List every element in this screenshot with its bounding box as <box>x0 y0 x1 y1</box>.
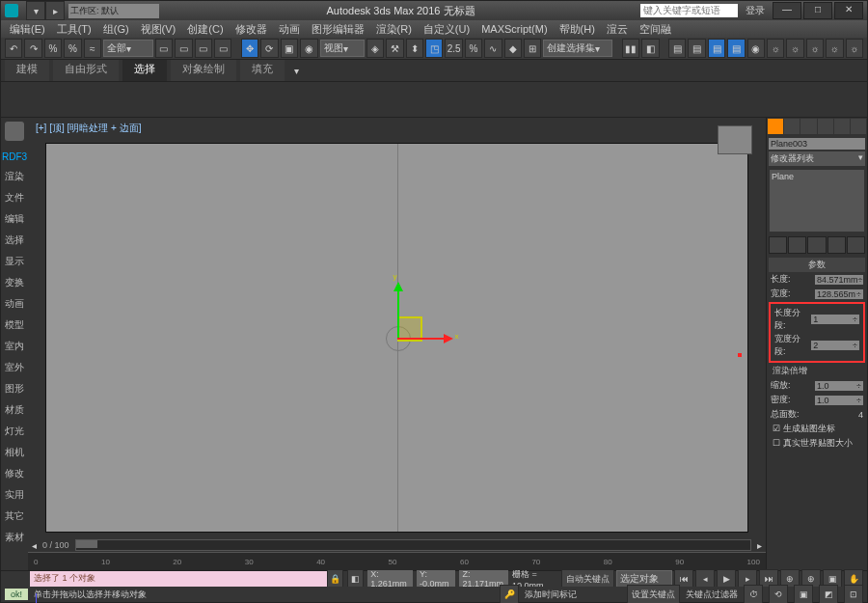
rect-select-button[interactable]: ▭ <box>195 39 212 58</box>
left-tab[interactable]: 相机 <box>5 443 24 462</box>
workspace-dropdown[interactable]: 工作区: 默认 <box>68 4 159 18</box>
left-tab[interactable]: 图形 <box>5 379 24 398</box>
setkey-button[interactable]: 设置关键点 <box>627 585 680 603</box>
render-last-button[interactable]: ☼ <box>826 39 843 58</box>
gen-coords-checkbox[interactable]: ☑ 生成贴图坐标 <box>773 423 861 435</box>
rotate-button[interactable]: ⟳ <box>260 39 278 58</box>
autokey-button[interactable]: 自动关键点 <box>561 569 614 589</box>
time-range-button[interactable]: ◂ <box>32 540 37 551</box>
render-button[interactable]: ☼ <box>806 39 824 58</box>
viewcube[interactable] <box>718 125 752 154</box>
render-prod-button[interactable]: ☼ <box>846 39 863 58</box>
window-crossing-button[interactable]: ▭ <box>214 39 231 58</box>
coord-x[interactable]: X: 1.261mm <box>367 569 413 589</box>
coord-button[interactable]: ◧ <box>347 569 364 589</box>
material-editor-button[interactable]: ◉ <box>747 39 765 58</box>
left-tab[interactable]: 渲染 <box>5 167 24 186</box>
left-tab[interactable]: 动画 <box>5 294 24 314</box>
mirror-button[interactable]: ▮▮ <box>622 39 639 58</box>
menu-tools[interactable]: 工具(T) <box>52 22 96 37</box>
placement-button[interactable]: ◉ <box>300 39 317 58</box>
left-tab[interactable]: 材质 <box>5 400 24 420</box>
minimize-button[interactable]: — <box>773 2 801 19</box>
titlebar-btn[interactable]: ▾ <box>26 1 45 20</box>
coord-y[interactable]: Y: -0.0mm <box>417 569 455 589</box>
left-tab[interactable]: 显示 <box>5 252 24 271</box>
stack-btn[interactable] <box>847 236 865 254</box>
curve-editor-button[interactable]: ▤ <box>708 39 725 58</box>
undo-button[interactable]: ↶ <box>5 39 22 58</box>
rollup-parameters[interactable]: 参数 <box>769 258 865 272</box>
menu-create[interactable]: 创建(C) <box>182 22 228 37</box>
bind-button[interactable]: ≈ <box>84 39 101 58</box>
tab-selection[interactable]: 选择 <box>122 60 167 81</box>
density-spinner[interactable]: 1.0÷ <box>815 396 863 405</box>
left-tab[interactable]: 室外 <box>5 358 24 377</box>
nav-walk-button[interactable]: ◩ <box>819 585 838 603</box>
left-tab[interactable]: 变换 <box>5 273 24 292</box>
time-config-button[interactable]: ⏱ <box>744 585 763 603</box>
help-search-input[interactable]: 键入关键字或短语 <box>640 4 738 17</box>
add-time-marker[interactable]: 添加时间标记 <box>525 589 577 601</box>
close-button[interactable]: ✕ <box>834 2 863 19</box>
ref-coord-dropdown[interactable]: 视图 ▾ <box>320 40 365 57</box>
login-link[interactable]: 登录 <box>746 4 765 17</box>
tab-objectpaint[interactable]: 对象绘制 <box>171 60 236 81</box>
manip-button[interactable]: ⚒ <box>386 39 403 58</box>
viewport[interactable]: x y <box>45 143 748 533</box>
titlebar-btn[interactable]: ▸ <box>45 1 65 20</box>
time-slider[interactable] <box>75 539 751 551</box>
link-button[interactable]: % <box>44 39 62 58</box>
menu-render[interactable]: 渲染(R) <box>371 22 417 37</box>
key-filter-link[interactable]: 关键点过滤器 <box>686 589 738 601</box>
pivot-button[interactable]: ◈ <box>366 39 384 58</box>
stack-btn[interactable] <box>788 236 806 254</box>
time-tag-button[interactable]: 🔑 <box>500 585 519 603</box>
unlink-button[interactable]: % <box>64 39 81 58</box>
menu-help[interactable]: 帮助(H) <box>555 22 600 37</box>
width-spinner[interactable]: 128.565m÷ <box>815 289 863 299</box>
layer-button[interactable]: ▤ <box>668 39 686 58</box>
scale-spinner[interactable]: 1.0÷ <box>815 381 863 391</box>
left-tab[interactable]: 编辑 <box>5 209 24 229</box>
real-world-checkbox[interactable]: ☐ 真实世界贴图大小 <box>773 437 861 450</box>
left-tab[interactable]: RDF3 <box>2 149 27 165</box>
snap-toggle-button[interactable]: ◳ <box>425 39 443 58</box>
move-button[interactable]: ✥ <box>241 39 258 58</box>
viewport-config-icon[interactable] <box>5 122 24 141</box>
menu-customize[interactable]: 自定义(U) <box>419 22 475 37</box>
object-name-field[interactable]: Plane003 <box>769 138 865 150</box>
width-segs-spinner[interactable]: 2÷ <box>811 341 859 350</box>
modifier-stack[interactable]: Plane <box>769 169 865 233</box>
motion-tab[interactable] <box>818 119 833 134</box>
prev-frame-button[interactable]: ◂ <box>695 569 715 589</box>
menu-cloud[interactable]: 渲云 <box>602 22 633 37</box>
left-tab[interactable]: 选择 <box>5 231 24 250</box>
snap-button[interactable]: ⬍ <box>406 39 423 58</box>
left-tab[interactable]: 其它 <box>5 507 24 526</box>
left-tab[interactable]: 实用 <box>5 485 24 505</box>
menu-graph[interactable]: 图形编辑器 <box>307 22 369 37</box>
length-spinner[interactable]: 84.571mm÷ <box>815 275 863 285</box>
menu-modifiers[interactable]: 修改器 <box>231 22 272 37</box>
spinner-snap-button[interactable]: ∿ <box>484 39 502 58</box>
left-tab[interactable]: 灯光 <box>5 422 24 441</box>
nav-orbit-button[interactable]: ⟲ <box>769 585 788 603</box>
left-tab[interactable]: 室内 <box>5 337 24 356</box>
time-range-button[interactable]: ▸ <box>757 540 762 551</box>
redo-button[interactable]: ↷ <box>24 39 41 58</box>
menu-maxscript[interactable]: MAXScript(M) <box>476 23 552 35</box>
left-tab[interactable]: 修改 <box>5 464 24 483</box>
menu-view[interactable]: 视图(V) <box>136 22 181 37</box>
stack-btn[interactable] <box>807 236 826 254</box>
length-segs-spinner[interactable]: 1÷ <box>811 315 859 324</box>
left-tab[interactable]: 模型 <box>5 315 24 335</box>
render-setup-button[interactable]: ☼ <box>767 39 784 58</box>
nav-misc-button[interactable]: ⊡ <box>844 585 863 603</box>
nav-max-button[interactable]: ▣ <box>794 585 813 603</box>
tab-modeling[interactable]: 建模 <box>5 60 49 81</box>
selection-filter[interactable]: 全部 ▾ <box>103 40 153 57</box>
modify-tab[interactable] <box>784 119 800 134</box>
stack-btn[interactable] <box>769 236 787 254</box>
play-button[interactable]: ▶ <box>717 569 736 589</box>
